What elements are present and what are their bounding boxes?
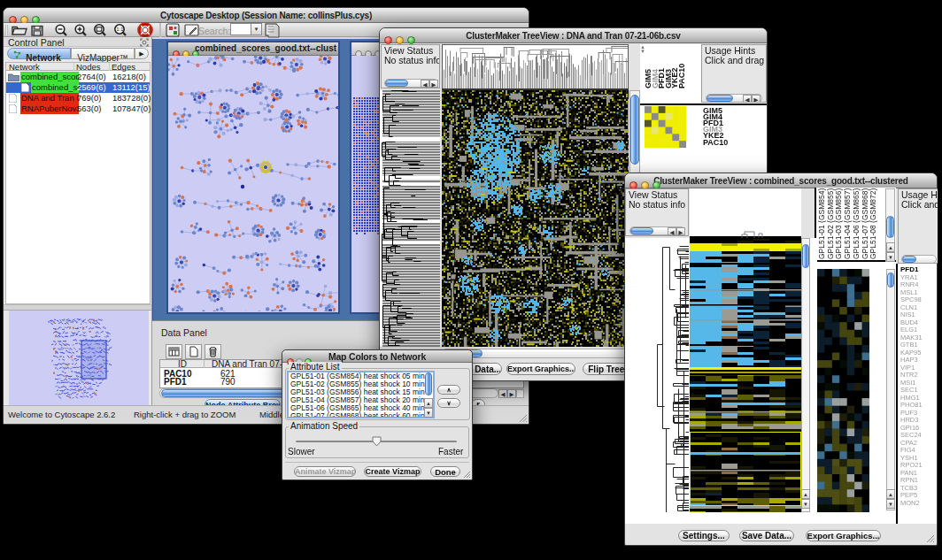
svg-text:1:1: 1:1 xyxy=(117,27,124,32)
